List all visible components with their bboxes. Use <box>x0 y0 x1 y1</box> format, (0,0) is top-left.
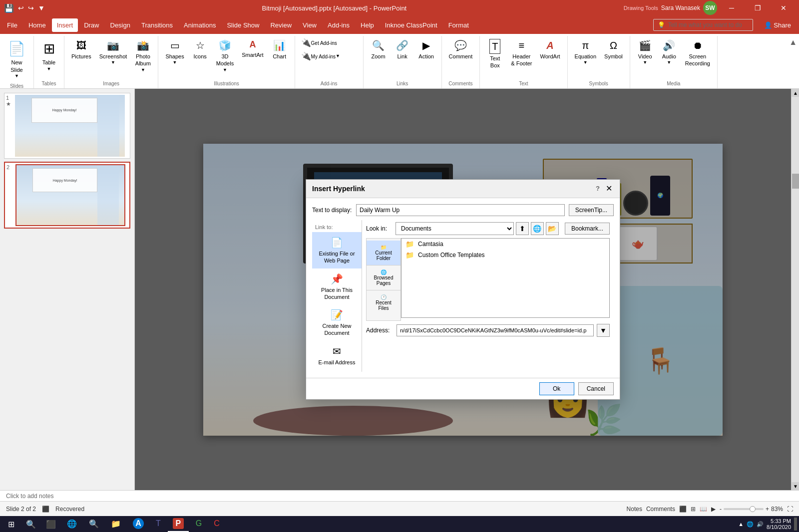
look-in-select[interactable]: Documents <box>396 222 514 235</box>
shapes-btn[interactable]: ▭ Shapes ▼ <box>162 37 187 68</box>
file-item-custom-templates[interactable]: 📁 Custom Office Templates <box>401 250 609 261</box>
wordart-btn[interactable]: A WordArt <box>537 37 563 62</box>
chart-btn[interactable]: 📊 Chart <box>269 37 291 62</box>
zoom-btn[interactable]: 🔍 Zoom <box>368 37 390 62</box>
search-btn[interactable]: 🔍 <box>22 516 40 532</box>
fit-slide-btn[interactable]: ⛶ <box>787 506 793 513</box>
menu-transitions[interactable]: Transitions <box>136 18 178 32</box>
place-in-doc-nav[interactable]: 📌 Place in ThisDocument <box>312 268 362 305</box>
comment-btn[interactable]: 💬 Comment <box>446 37 476 62</box>
audio-btn[interactable]: 🔊 Audio ▼ <box>658 37 680 68</box>
symbol-btn[interactable]: Ω Symbol <box>601 37 626 62</box>
menu-home[interactable]: Home <box>23 18 51 32</box>
screentip-btn[interactable]: ScreenTip... <box>569 204 614 216</box>
redo-btn[interactable]: ↪ <box>28 4 34 12</box>
link-btn[interactable]: 🔗 Link <box>392 37 413 62</box>
view-normal-btn[interactable]: ⬛ <box>679 506 687 513</box>
pictures-btn[interactable]: 🖼 Pictures <box>68 37 94 62</box>
address-dropdown-btn[interactable]: ▼ <box>597 324 610 337</box>
photo-album-btn[interactable]: 📸 PhotoAlbum ▼ <box>132 37 154 75</box>
menu-design[interactable]: Design <box>105 18 135 32</box>
scroll-up-btn[interactable]: ▲ <box>792 89 799 97</box>
address-input[interactable] <box>397 324 594 336</box>
existing-file-nav[interactable]: 📄 Existing File orWeb Page <box>312 232 362 268</box>
menu-format[interactable]: Format <box>443 18 474 32</box>
header-footer-btn[interactable]: ≡ Header& Footer <box>508 37 535 69</box>
undo-btn[interactable]: ↩ <box>18 4 24 12</box>
scroll-thumb[interactable] <box>792 174 799 189</box>
screenshot-btn[interactable]: 📷 Screenshot ▼ <box>96 37 130 68</box>
zoom-in-btn[interactable]: + <box>766 506 769 513</box>
taskbar-edge[interactable]: 🌐 <box>62 516 82 532</box>
table-btn[interactable]: ⊞ Table ▼ <box>38 37 60 75</box>
taskbar-files[interactable]: 📁 <box>106 516 126 532</box>
menu-insert[interactable]: Insert <box>52 18 78 32</box>
close-btn[interactable]: ✕ <box>772 0 795 16</box>
menu-draw[interactable]: Draw <box>79 18 104 32</box>
dialog-close-btn[interactable]: ✕ <box>604 184 614 194</box>
tray-up-arrow[interactable]: ▲ <box>738 521 744 527</box>
user-avatar[interactable]: SW <box>703 1 717 15</box>
menu-view[interactable]: View <box>298 18 322 32</box>
text-to-display-input[interactable] <box>356 204 565 216</box>
look-in-browse-btn[interactable]: 📂 <box>546 222 559 235</box>
screen-recording-btn[interactable]: ⏺ ScreenRecording <box>682 37 713 69</box>
dialog-help-btn[interactable]: ? <box>596 185 600 192</box>
slide-thumb-2[interactable]: 2 Happy Monday! <box>4 162 130 229</box>
show-desktop-btn[interactable] <box>794 518 797 531</box>
icons-btn[interactable]: ☆ Icons <box>189 37 211 62</box>
menu-review[interactable]: Review <box>265 18 297 32</box>
textbox-btn[interactable]: T TextBox <box>484 37 506 71</box>
browsed-pages-btn[interactable]: 🌐 BrowsedPages <box>367 266 400 290</box>
save-icon[interactable]: 💾 <box>4 3 14 13</box>
minimize-btn[interactable]: ─ <box>720 0 743 16</box>
email-address-nav[interactable]: ✉ E-mail Address <box>312 341 362 370</box>
new-slide-btn[interactable]: 📄 NewSlide ▼ <box>4 37 29 82</box>
bookmark-btn[interactable]: Bookmark... <box>565 223 610 235</box>
get-addins-btn[interactable]: 🔌 Get Add-ins <box>299 37 359 49</box>
smartart-btn[interactable]: A SmartArt <box>239 37 266 61</box>
look-in-up-btn[interactable]: ⬆ <box>516 222 529 235</box>
recent-files-btn[interactable]: 🕐 RecentFiles <box>367 290 400 315</box>
scroll-down-btn[interactable]: ▼ <box>792 482 799 490</box>
task-view-btn[interactable]: ⬛ <box>42 516 60 532</box>
notes-btn[interactable]: Notes <box>627 506 642 513</box>
tell-me-box[interactable]: 💡 Tell me what you want to do <box>653 19 753 31</box>
view-slide-sorter-btn[interactable]: ⊞ <box>691 506 696 513</box>
menu-file[interactable]: File <box>2 18 22 32</box>
file-item-camtasia[interactable]: 📁 Camtasia <box>401 239 609 250</box>
restore-btn[interactable]: ❐ <box>746 0 769 16</box>
tray-volume-icon[interactable]: 🔊 <box>757 521 764 528</box>
look-in-web-btn[interactable]: 🌐 <box>531 222 544 235</box>
current-folder-btn[interactable]: 📁 CurrentFolder <box>367 241 400 266</box>
zoom-slider[interactable] <box>724 508 764 510</box>
ribbon-collapse-btn[interactable]: ▲ <box>789 38 797 47</box>
zoom-out-btn[interactable]: - <box>720 506 722 513</box>
taskbar-greenshot[interactable]: G <box>191 516 207 532</box>
menu-addins[interactable]: Add-ins <box>323 18 355 32</box>
tray-network-icon[interactable]: 🌐 <box>747 521 754 528</box>
menu-help[interactable]: Help <box>356 18 379 32</box>
menu-slideshow[interactable]: Slide Show <box>222 18 264 32</box>
scroll-track[interactable] <box>792 97 799 482</box>
customize-btn[interactable]: ▼ <box>38 4 45 12</box>
menu-inknoe[interactable]: Inknoe ClassPoint <box>380 18 442 32</box>
comments-btn[interactable]: Comments <box>646 506 675 513</box>
ok-btn[interactable]: Ok <box>539 382 574 395</box>
taskbar-teams[interactable]: T <box>151 516 166 532</box>
slide-thumb-1[interactable]: 1★ Happy Monday! <box>4 93 130 159</box>
view-reading-btn[interactable]: 📖 <box>700 506 707 513</box>
3d-models-btn[interactable]: 🧊 3DModels ▼ <box>213 37 237 75</box>
taskbar-search[interactable]: 🔍 <box>84 516 104 532</box>
create-new-nav[interactable]: 📝 Create NewDocument <box>312 304 362 341</box>
taskbar-camtasia[interactable]: C <box>209 516 225 532</box>
my-addins-btn[interactable]: 🔌 My Add-ins ▼ <box>299 50 359 63</box>
notes-placeholder[interactable]: Click to add notes <box>6 493 53 500</box>
equation-btn[interactable]: π Equation ▼ <box>572 37 599 68</box>
start-btn[interactable]: ⊞ <box>2 516 20 532</box>
share-btn[interactable]: 👤 Share <box>758 21 797 29</box>
taskbar-powerpoint[interactable]: P <box>168 516 189 532</box>
action-btn[interactable]: ▶ Action <box>415 37 437 62</box>
menu-animations[interactable]: Animations <box>179 18 221 32</box>
video-btn[interactable]: 🎬 Video ▼ <box>634 37 656 68</box>
